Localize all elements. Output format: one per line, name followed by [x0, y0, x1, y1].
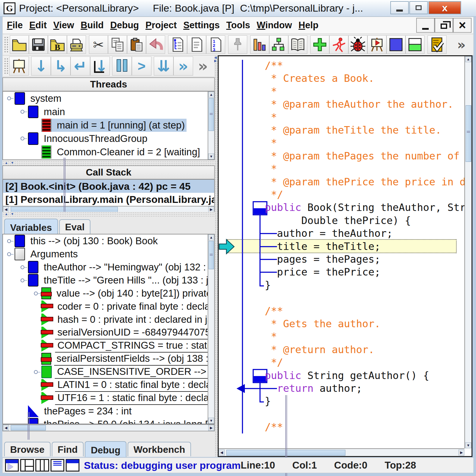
add-new-button[interactable]: [310, 35, 329, 54]
tab-eval[interactable]: Eval: [59, 219, 91, 234]
variables-vertical-scrollbar[interactable]: ▲ ▼: [208, 234, 214, 424]
tab-variables[interactable]: Variables: [4, 219, 58, 234]
tree-row[interactable]: main id = 1 [running] (at step): [3, 118, 214, 132]
doc-source-button[interactable]: [187, 35, 206, 54]
paste-button[interactable]: [127, 35, 146, 54]
run-button[interactable]: [329, 35, 348, 54]
auto-step-button[interactable]: ⇊: [154, 57, 173, 76]
maximize-button[interactable]: [409, 1, 428, 14]
undo-button[interactable]: [146, 35, 165, 54]
split-vertical-icon[interactable]: [35, 459, 49, 472]
expander-icon[interactable]: [34, 292, 38, 295]
code-line[interactable]: * Creates a Book.: [265, 72, 374, 85]
menu-tools[interactable]: Tools: [226, 20, 250, 31]
tree-row[interactable]: theTitle --> "Green Hills "... (obj 133 …: [3, 274, 214, 287]
menu-build[interactable]: Build: [81, 20, 104, 31]
tree-row[interactable]: InnocuousThreadGroup: [3, 132, 214, 145]
tab-debug[interactable]: Debug: [85, 441, 126, 457]
expander-icon[interactable]: [34, 370, 38, 374]
code-line[interactable]: *: [265, 330, 277, 343]
tree-row[interactable]: COMPACT_STRINGS = true : static fi: [3, 339, 214, 352]
tree-row[interactable]: coder = 0 : private final byte : declare…: [3, 300, 214, 313]
tree-row[interactable]: this --> (obj 130 : Book) Book: [3, 234, 214, 248]
code-line[interactable]: Double thePrice) {: [265, 214, 411, 227]
book-button[interactable]: [288, 35, 307, 54]
doc-numbered-button[interactable]: 123: [206, 35, 225, 54]
code-line[interactable]: /**: [265, 421, 283, 433]
tree-row[interactable]: LATIN1 = 0 : static final byte : declare…: [3, 378, 214, 392]
call-stack-frame[interactable]: [1] PersonalLibrary.main (PersonalLibrar…: [3, 193, 214, 206]
menu-file[interactable]: File: [7, 20, 23, 31]
threads-callstack-splitter[interactable]: ▲ ▼: [2, 161, 215, 165]
tree-row[interactable]: main: [3, 105, 214, 118]
hierarchy-button[interactable]: [269, 35, 288, 54]
print-button[interactable]: [67, 35, 86, 54]
scroll-down-icon[interactable]: ▼: [208, 418, 214, 424]
step-button[interactable]: ↓: [31, 57, 51, 76]
bar-chart-button[interactable]: [250, 35, 269, 54]
code-line[interactable]: *: [265, 137, 277, 149]
scroll-left-icon[interactable]: ◀: [3, 206, 9, 212]
step-in-button[interactable]: ↵: [71, 57, 90, 76]
menu-window[interactable]: Window: [257, 20, 292, 31]
expander-icon[interactable]: [7, 239, 11, 243]
code-line[interactable]: *: [265, 162, 277, 175]
code-line[interactable]: title = theTitle;: [265, 240, 381, 253]
step-out-button[interactable]: ↓: [90, 57, 110, 76]
tree-row[interactable]: theAuthor --> "Hemingway" (obj 132 : jav…: [3, 261, 214, 274]
code-line[interactable]: return author;: [265, 382, 362, 395]
tree-row[interactable]: value --> (obj 140 : byte[21]) private f…: [3, 287, 214, 300]
run-applet-button[interactable]: [367, 35, 386, 54]
code-line[interactable]: public Book(String theAuthor, String: [265, 201, 464, 214]
menu-help[interactable]: Help: [298, 20, 318, 31]
code-line[interactable]: author = theAuthor;: [265, 227, 393, 240]
threads-vertical-scrollbar[interactable]: ▲ ▼: [208, 92, 214, 159]
message-list-icon[interactable]: [51, 459, 64, 472]
scroll-up-icon[interactable]: ▲: [208, 92, 214, 98]
code-line[interactable]: */: [265, 356, 283, 369]
expander-icon[interactable]: [21, 278, 24, 282]
scroll-right-icon[interactable]: ▶: [208, 425, 214, 431]
split-horizontal-icon[interactable]: [20, 459, 34, 472]
split-panel-button[interactable]: [405, 35, 425, 54]
debug-easel-button[interactable]: [9, 57, 29, 76]
check-list-button[interactable]: [428, 35, 447, 54]
inner-minimize-button[interactable]: [416, 18, 435, 33]
expander-icon[interactable]: [7, 96, 11, 100]
tab-find[interactable]: Find: [52, 442, 84, 456]
doc-structure-button[interactable]: [168, 35, 187, 54]
code-line[interactable]: /**: [265, 305, 283, 317]
menu-debug[interactable]: Debug: [110, 20, 139, 31]
dock-window-icon[interactable]: [5, 459, 19, 472]
debug-toolbar-grip[interactable]: [4, 58, 8, 74]
minimize-button[interactable]: [390, 1, 409, 14]
expander-icon[interactable]: [21, 110, 24, 114]
scroll-down-icon[interactable]: ▼: [208, 154, 214, 159]
code-line[interactable]: */: [265, 188, 283, 201]
tree-row[interactable]: thePages = 234 : int: [3, 405, 214, 418]
browse-folder-button[interactable]: B: [48, 35, 67, 54]
step-over-button[interactable]: ↳: [51, 57, 71, 76]
code-line[interactable]: *: [265, 85, 277, 98]
code-line[interactable]: }: [265, 395, 271, 408]
save-button[interactable]: [29, 35, 48, 54]
tree-row[interactable]: serialPersistentFields --> (obj 138 : ja…: [3, 352, 214, 365]
code-line[interactable]: /**: [265, 59, 283, 72]
tree-row[interactable]: serialVersionUID = -6849794470754667: [3, 326, 214, 339]
copy-button[interactable]: [108, 35, 127, 54]
call-stack-frame[interactable]: [2] Book.<init> (Book.java : 42) pc = 45: [3, 180, 214, 193]
title-window-icon[interactable]: [66, 459, 79, 472]
editor-vertical-scrollbar[interactable]: ▲ ▼: [464, 56, 472, 448]
code-line[interactable]: * @param theAuthor the author.: [265, 98, 454, 111]
menu-view[interactable]: View: [53, 20, 74, 31]
callstack-variables-splitter[interactable]: ▲ ▼: [2, 212, 215, 217]
tree-row[interactable]: CASE_INSENSITIVE_ORDER --> (obj: [3, 365, 214, 378]
toolbar-grip[interactable]: [4, 36, 9, 53]
cut-button[interactable]: ✂: [89, 35, 108, 54]
scroll-right-icon[interactable]: ▶: [208, 206, 214, 212]
code-area[interactable]: /** * Creates a Book. * * @param theAuth…: [219, 56, 464, 448]
code-line[interactable]: *: [265, 111, 277, 124]
variables-horizontal-scrollbar[interactable]: ◀ ▶: [2, 424, 215, 431]
auto-resume-button[interactable]: »: [173, 57, 193, 76]
editor-horizontal-scrollbar[interactable]: ◀ ▶: [219, 448, 464, 456]
